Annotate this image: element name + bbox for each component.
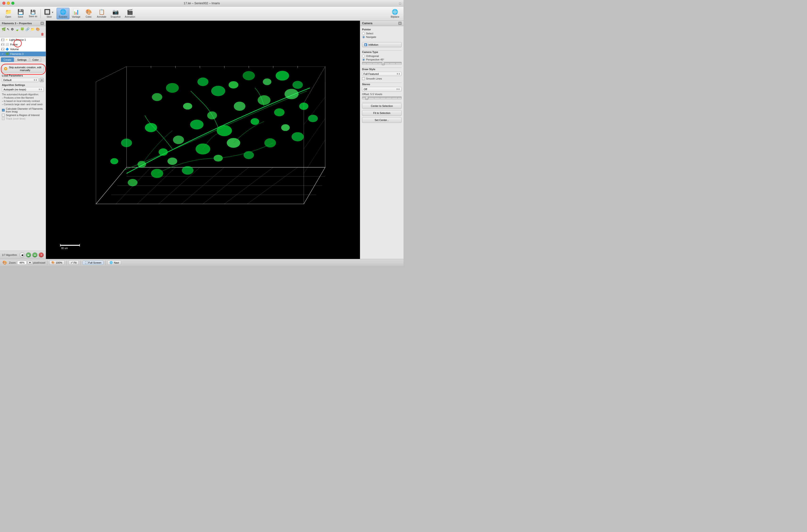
maximize-button[interactable] <box>11 2 14 5</box>
pointer-navigate-row[interactable]: Navigate <box>362 36 402 38</box>
fullscreen-button[interactable]: ⛶ Full Screen <box>83 261 104 265</box>
scene-connect-icon[interactable]: 🔗 <box>25 27 30 31</box>
toolbar-slice[interactable]: 🔲 ▼ Slice <box>42 8 56 19</box>
nav-stop-button[interactable]: ✕ <box>39 252 44 258</box>
draw-style-dropdown-row: Full Featured ⬆⬇ <box>362 72 402 76</box>
load-params-arrow: ⬆⬇ <box>34 79 37 81</box>
toolbar-annotate[interactable]: 📋 Annotate <box>95 8 108 19</box>
checkbox-calc-diameter[interactable]: ✓ <box>2 109 5 112</box>
scene-add-light-icon[interactable]: 🌿 <box>1 27 6 31</box>
toolbar-save-as[interactable]: 💾 Save as <box>27 8 39 19</box>
slider-tick-3 <box>378 63 378 64</box>
tab-create[interactable]: Create <box>1 57 14 62</box>
tree-checkbox-volume[interactable]: ✓ <box>1 48 4 51</box>
set-center-button[interactable]: Set Center... <box>362 117 402 123</box>
navi-label: Navi <box>114 261 119 264</box>
scale-bar: 80 um <box>60 244 80 249</box>
perspective-radio[interactable] <box>362 58 365 61</box>
surpass-icon: 🌐 <box>60 9 66 15</box>
viewport[interactable]: 80 um <box>46 21 360 259</box>
smooth-lines-checkbox[interactable] <box>362 77 365 80</box>
offset-slider-thumb[interactable] <box>365 96 368 100</box>
checkbox-track[interactable] <box>2 117 5 120</box>
tab-color[interactable]: Color <box>30 57 41 62</box>
scene-folder-icon[interactable]: 📁 <box>31 27 35 31</box>
open-label: Open <box>5 16 11 18</box>
scene-settings-icon[interactable]: ⚙ <box>11 27 14 31</box>
load-params-label: Load Parameters <box>2 74 44 77</box>
navi-button[interactable]: 🌐 Navi <box>107 260 121 265</box>
perspective-row[interactable]: Perspective 45° <box>362 58 402 61</box>
light-source-label: Light Source 1 <box>9 38 26 41</box>
close-button[interactable] <box>2 2 5 5</box>
scene-cursor-icon[interactable]: ↖ <box>6 27 10 31</box>
checkbox-calc-diameter-row[interactable]: ✓ Calculate Diameter of Filaments from I… <box>2 107 44 113</box>
window-controls[interactable] <box>2 2 14 5</box>
svg-point-29 <box>145 123 157 132</box>
perspective-slider-thumb[interactable] <box>382 62 385 65</box>
pointer-select-row[interactable]: Select <box>362 32 402 35</box>
scene-delete-icon[interactable]: 🗑 <box>40 32 44 36</box>
camera-panel-close[interactable]: ⊕ <box>398 22 402 25</box>
load-params-delete[interactable]: ✕ <box>40 78 44 82</box>
tree-checkbox-filaments[interactable] <box>1 53 4 55</box>
zoom-dropdown-arrow[interactable]: ▼ <box>27 261 32 264</box>
offset-slider-track[interactable] <box>362 96 402 99</box>
toolbar-open[interactable]: 📁 Open <box>2 8 14 19</box>
svg-point-59 <box>197 77 208 86</box>
scene-green-leaf-icon[interactable]: 🍃 <box>15 27 19 31</box>
fit-to-selection-button[interactable]: Fit to Selection <box>362 110 402 116</box>
smooth-lines-label: Smooth Lines <box>366 77 382 80</box>
save-label: Save <box>18 16 23 18</box>
percent-label: 100% <box>56 261 62 264</box>
filaments-icon: 🌿 <box>5 52 9 56</box>
algorithm-dropdown[interactable]: Autopath (no loops) ⬆⬇ <box>2 87 44 92</box>
toolbar-animation[interactable]: 🎬 Animation <box>123 8 137 19</box>
checkbox-track-row[interactable]: Track (over time) <box>2 117 44 120</box>
nav-prev-button[interactable]: ◀ <box>20 252 25 258</box>
toolbar-bitplane[interactable]: 🌐 Bitplane <box>389 8 401 19</box>
inmotion-button[interactable]: ▶ InMotion <box>362 42 402 47</box>
toolbar-snapshot[interactable]: 📷 Snapshot <box>109 8 122 19</box>
fullscreen-label: Full Screen <box>88 261 102 264</box>
tree-item-volume[interactable]: ✓ 🔷 Volume <box>0 47 46 52</box>
tab-settings[interactable]: Settings <box>15 57 29 62</box>
smooth-lines-row[interactable]: Smooth Lines <box>362 77 402 80</box>
nav-forward-button[interactable]: ⏭ <box>32 252 37 258</box>
draw-style-select[interactable]: Full Featured ⬆⬇ <box>362 72 402 76</box>
perspective-slider-track[interactable] <box>362 62 402 65</box>
minimize-button[interactable] <box>7 2 10 5</box>
svg-point-36 <box>251 118 259 125</box>
nav-play-button[interactable]: ▶ <box>26 252 31 258</box>
toolbar-coloc[interactable]: 🎨 Coloc <box>83 8 94 19</box>
tree-item-filaments3[interactable]: 🌿 Filaments 3 <box>0 52 46 56</box>
orthogonal-radio[interactable] <box>362 55 365 57</box>
scene-leaf-icon[interactable]: 🍀 <box>20 27 24 31</box>
toolbar-vantage[interactable]: 📊 Vantage <box>70 8 82 19</box>
percent-100-button[interactable]: 🎨 100% <box>49 260 64 265</box>
scene-color-icon[interactable]: 🎨 <box>36 27 40 31</box>
panel-close-button[interactable]: ⊕ <box>40 22 44 25</box>
toolbar-save[interactable]: 💾 Save <box>15 8 26 19</box>
load-params-dropdown[interactable]: Default ⬆⬇ <box>2 78 39 82</box>
tree-item-light-source[interactable]: ✓ ☀ Light Source 1 <box>0 37 46 42</box>
tree-item-frame[interactable]: ✓ ⬜ Frame <box>0 42 46 47</box>
orthogonal-row[interactable]: Orthogonal <box>362 55 402 57</box>
checkbox-segment-roi[interactable] <box>2 114 5 116</box>
checkbox-segment-roi-row[interactable]: Segment a Region of Interest <box>2 114 44 116</box>
slice-dropdown-arrow[interactable]: ▼ <box>51 11 54 14</box>
stereo-dropdown[interactable]: Off ⬆⬇ <box>362 87 402 92</box>
pointer-select-label: Select <box>366 32 373 35</box>
pointer-navigate-radio[interactable] <box>362 36 365 38</box>
scale-end-right <box>79 244 80 246</box>
toolbar-surpass[interactable]: 🌐 Surpass <box>57 8 70 19</box>
zoom-value[interactable]: 48% <box>17 261 26 265</box>
skip-auto-creation-button[interactable]: ✕ Skip automatic creation, edit manually <box>2 65 44 73</box>
pointer-select-radio[interactable] <box>362 32 365 35</box>
tree-checkbox-frame[interactable]: ✓ <box>1 43 4 46</box>
center-to-selection-button[interactable]: Center to Selection <box>362 103 402 109</box>
scene-toolbar: 🌿 ↖ ⚙ 🍃 🍀 🔗 📁 🎨 🗑 <box>0 26 46 37</box>
pointer-section: Pointer Select Navigate <box>360 26 403 41</box>
fit-button[interactable]: ⤢ Fit <box>69 260 79 265</box>
tree-checkbox-light[interactable]: ✓ <box>1 38 4 41</box>
